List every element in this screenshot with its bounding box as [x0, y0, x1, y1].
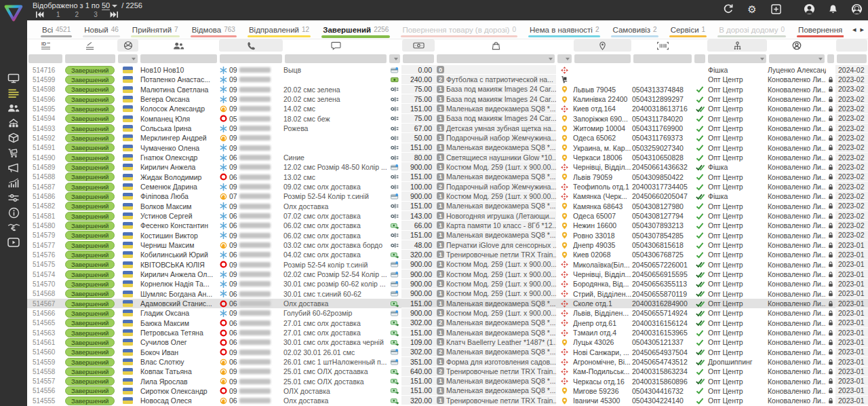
user-avatar-icon[interactable] — [803, 3, 815, 15]
sidebar-item-video-tutorials[interactable] — [5, 237, 22, 248]
order-row-514568[interactable]: 514568ЗавершенийШумляс Богдана Ан...0630… — [27, 289, 868, 299]
order-row-514716[interactable]: 514716ЗавершенийНов10 Нов1009Выцв0.000Фі… — [27, 65, 868, 75]
order-row-514598[interactable]: 514598ЗавершенийМалютина Светлана0920.02… — [27, 85, 868, 94]
app-logo-icon[interactable] — [3, 2, 24, 24]
column-products-header[interactable] — [435, 39, 556, 52]
sidebar-item-info[interactable] — [5, 207, 22, 218]
last-page-button[interactable] — [110, 11, 119, 18]
order-row-514570[interactable]: 514570ЗавершенийКорнелюк Надія Та...0930… — [27, 279, 868, 289]
order-row-514558[interactable]: 514558ЗавершенийКовпак Татьяна0925.01 см… — [27, 367, 868, 376]
order-row-514580[interactable]: 514580ЗавершенийФесенко Константин0606.0… — [27, 221, 868, 230]
column-products-filter[interactable] — [437, 54, 555, 63]
column-country-filter[interactable] — [118, 54, 138, 63]
support-headset-icon[interactable] — [850, 3, 863, 15]
tab-завершений[interactable]: Завершений2256 — [316, 20, 395, 39]
column-tracking-filter[interactable] — [633, 54, 692, 63]
sidebar-item-orders-list[interactable] — [5, 88, 22, 98]
order-row-514576[interactable]: 514576ЗавершенийКобилинський Юрий0604.02… — [27, 250, 868, 259]
order-row-514579[interactable]: 514579ЗавершенийКостишин Виктор0906.02 с… — [27, 231, 868, 240]
sidebar-item-purchases-cart[interactable] — [5, 147, 22, 158]
tab-повернення-товару-в-дорозі-[interactable]: Повернення товару (в дорозі)0 — [395, 20, 523, 39]
tab-сервіси[interactable]: Сервіси1 — [664, 20, 713, 39]
column-amount-filter[interactable] — [403, 54, 434, 63]
page-number-2[interactable]: 2 — [73, 11, 82, 18]
column-phone-filter[interactable] — [220, 54, 282, 63]
order-row-514599[interactable]: 514599ЗавершенийПотапенко Анастас...0924… — [27, 75, 868, 84]
sidebar-item-customers[interactable] — [5, 103, 22, 113]
tabs-scroll-right-icon[interactable]: ▸ — [860, 20, 864, 39]
sidebar-item-dashboard-monitor[interactable] — [5, 73, 22, 84]
order-row-514588[interactable]: 514588ЗавершенийЖидак Володимир0613.02 с… — [27, 172, 868, 182]
column-manager-filter[interactable] — [769, 54, 825, 63]
sidebar-item-marketing-megaphone[interactable] — [5, 162, 22, 173]
add-order-icon[interactable] — [770, 3, 782, 15]
order-row-514592[interactable]: 514592ЗавершенийМерклингер Андрей0950.00… — [27, 133, 868, 143]
settings-gear-icon[interactable]: ⚙ — [746, 3, 758, 15]
tab-нема-в-наявності[interactable]: Нема в наявності2 — [523, 20, 606, 39]
order-row-514561[interactable]: 514561ЗавершенийСучилов Олег0630.01 смс … — [27, 337, 868, 347]
order-row-514591[interactable]: 514591ЗавершенийЧумаченко Олена09151.001… — [27, 143, 868, 153]
column-location-filter[interactable] — [574, 54, 631, 63]
column-sales-funnel-header[interactable] — [707, 39, 767, 52]
page-number-1[interactable]: 1 — [54, 11, 63, 18]
order-row-514560[interactable]: 514560ЗавершенийБокоч Иван0902.02 30.01 … — [27, 348, 868, 357]
column-customer-header[interactable] — [139, 39, 218, 52]
column-status-header[interactable] — [64, 39, 117, 52]
tab-відмова[interactable]: Відмова763 — [185, 20, 242, 39]
tabs-scroll-left-icon[interactable]: ◂ — [852, 20, 856, 39]
order-row-514581[interactable]: 514581ЗавершенийУстинов Сергей0607.02 см… — [27, 211, 868, 221]
order-row-514577[interactable]: 514577ЗавершенийЧерниш Максим0903.02 смс… — [27, 240, 868, 250]
order-row-514556[interactable]: 514556ЗавершенийСиротюк Олександр09ОЛХ д… — [27, 386, 868, 396]
order-row-514589[interactable]: 514589ЗавершенийКирилич Анжела0912.02 см… — [27, 162, 868, 172]
column-country-header[interactable] — [117, 39, 138, 52]
column-delivery-filter[interactable] — [557, 54, 572, 63]
column-amount-header[interactable] — [402, 39, 435, 52]
sidebar-item-settings-sliders[interactable] — [5, 192, 22, 203]
tab-в-дорозі-додому[interactable]: В дорозі додому0 — [712, 20, 791, 39]
tab-прийнятий[interactable]: Прийнятий7 — [125, 20, 185, 39]
column-tracking-header[interactable] — [632, 39, 693, 52]
column-delivered-header[interactable] — [693, 39, 707, 52]
tab-новый[interactable]: Новый46 — [77, 20, 125, 39]
column-lock-filter[interactable] — [827, 54, 834, 63]
sidebar-item-company-structure[interactable] — [5, 117, 22, 128]
column-comment-filter[interactable] — [285, 54, 387, 63]
order-row-514593[interactable]: 514593ЗавершенийСольська Ірина09Рожева67… — [27, 124, 868, 133]
column-payment-filter[interactable] — [389, 54, 400, 63]
tab-самовивіз[interactable]: Самовивіз2 — [606, 20, 663, 39]
page-number-3[interactable]: 3 — [91, 11, 100, 18]
notifications-bell-icon[interactable] — [827, 3, 839, 15]
tab-всі[interactable]: Всі4521 — [35, 20, 77, 39]
order-row-514565[interactable]: 514565ЗавершенийБаюка Максим0627.01 смс … — [27, 318, 868, 328]
column-id-header[interactable]: ID — [27, 39, 64, 52]
column-delivery-header[interactable] — [556, 39, 573, 52]
column-sales-funnel-filter[interactable] — [708, 54, 766, 63]
order-row-514587[interactable]: 514587ЗавершенийСеменюк Дарина0909.02 см… — [27, 182, 868, 191]
column-date-filter[interactable] — [837, 54, 867, 63]
refresh-icon[interactable] — [722, 3, 734, 15]
sidebar-item-statistics-chart[interactable] — [5, 177, 22, 188]
column-customer-filter[interactable] — [140, 54, 217, 63]
order-row-514567[interactable]: 514567ЗавершенийАдамовский Станис...06Ол… — [27, 299, 868, 308]
order-row-514594[interactable]: 514594ЗавершенийКомпанец Юля0518.02 смс … — [27, 114, 868, 124]
order-row-514582[interactable]: 514582ЗавершенийВолков Максим09Олх доста… — [27, 202, 868, 211]
order-row-514555[interactable]: 514555ЗавершенийНовосад Олеся06Олх доста… — [27, 396, 868, 405]
column-date-header[interactable] — [836, 39, 867, 52]
page-size-dropdown[interactable]: 50 — [102, 1, 110, 10]
order-row-514563[interactable]: 514563ЗавершенийПетровська Тетяна0627.01… — [27, 328, 868, 337]
column-lock-header[interactable] — [826, 39, 835, 52]
column-manager-header[interactable] — [768, 39, 826, 52]
order-row-514586[interactable]: 514586ЗавершенийФіліпова Люба07Розмір 52… — [27, 191, 868, 201]
column-location-header[interactable] — [574, 39, 631, 52]
order-row-514557[interactable]: 514557ЗавершенийЛила Ярослав0925.01 смс … — [27, 377, 868, 386]
order-row-514595[interactable]: 514595ЗавершенийКолосок Александр0914.02… — [27, 104, 868, 113]
column-payment-header[interactable] — [388, 39, 401, 52]
order-row-514590[interactable]: 514590ЗавершенийГнатюк Олексндр06Синие80… — [27, 153, 868, 162]
column-id-filter[interactable] — [28, 54, 62, 63]
order-row-514574[interactable]: 514574ЗавершенийКирилич Анжела Ол...0902… — [27, 270, 868, 279]
order-row-514566[interactable]: 514566ЗавершенийГладик Оксана09Голубий 6… — [27, 308, 868, 318]
sidebar-item-partners-handshake[interactable] — [5, 222, 22, 233]
order-row-514575[interactable]: 514575ЗавершенийКВІТОВСЬКА ЮЛІЯ09Розмір … — [27, 260, 868, 270]
column-delivered-filter[interactable] — [694, 54, 705, 63]
first-page-button[interactable] — [35, 11, 44, 18]
